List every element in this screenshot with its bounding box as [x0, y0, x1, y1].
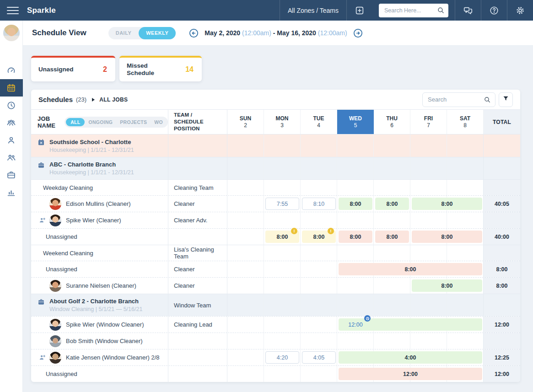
schedule-chip[interactable]: 8:00: [339, 231, 372, 243]
day-cell[interactable]: [410, 245, 447, 261]
schedule-chip[interactable]: 8:00!: [302, 231, 336, 243]
day-cell[interactable]: [301, 245, 337, 261]
search-icon[interactable]: [437, 6, 445, 14]
day-cell[interactable]: [227, 278, 264, 294]
day-cell[interactable]: [374, 212, 410, 228]
day-cell[interactable]: [410, 294, 447, 316]
day-cell[interactable]: [227, 157, 264, 179]
member[interactable]: Spike Wier (Window Cleaner): [31, 319, 144, 331]
next-week-button[interactable]: [353, 28, 363, 38]
prev-week-button[interactable]: [188, 28, 199, 38]
zones-teams-selector[interactable]: All Zones / Teams: [280, 0, 346, 21]
day-cell[interactable]: [447, 212, 484, 228]
day-cell[interactable]: [374, 294, 410, 316]
schedule-chip[interactable]: 12:00: [339, 368, 482, 380]
person-plus-icon[interactable]: [38, 354, 46, 361]
day-cell[interactable]: [227, 229, 264, 245]
day-cell[interactable]: [227, 294, 264, 316]
schedule-chip[interactable]: 8:00: [375, 231, 409, 243]
day-cell[interactable]: [301, 317, 337, 333]
day-column-header-wed[interactable]: WED5: [337, 110, 374, 134]
member[interactable]: Spike Wier (Cleaner): [31, 215, 121, 226]
job-group-cell[interactable]: ABC - Charlotte BranchHousekeeping | 1/1…: [31, 157, 168, 179]
day-cell[interactable]: [264, 333, 301, 349]
job-filter-all[interactable]: ALL: [66, 118, 85, 126]
day-cell[interactable]: [301, 134, 337, 157]
day-cell[interactable]: [374, 157, 410, 179]
day-cell[interactable]: [337, 333, 374, 349]
toggle-daily[interactable]: DAILY: [108, 27, 139, 39]
unassigned-cell[interactable]: Unassigned: [31, 229, 168, 245]
schedule-chip[interactable]: 8:00: [412, 231, 482, 243]
day-cell[interactable]: [447, 134, 484, 157]
sidebar-item-schedule[interactable]: [0, 79, 23, 97]
day-cell[interactable]: [447, 294, 484, 316]
table-search-input[interactable]: [428, 96, 484, 103]
job-filter-wo[interactable]: WO: [151, 118, 167, 126]
day-cell[interactable]: [337, 278, 374, 294]
day-cell[interactable]: [264, 180, 301, 195]
day-cell[interactable]: [264, 278, 301, 294]
day-column-header-thu[interactable]: THU6: [374, 110, 410, 134]
day-cell[interactable]: [301, 278, 337, 294]
day-cell[interactable]: [337, 180, 374, 195]
day-column-header-fri[interactable]: FRI7: [410, 110, 447, 134]
day-cell[interactable]: [447, 245, 484, 261]
menu-icon[interactable]: [7, 5, 19, 16]
sidebar-item-jobs[interactable]: [0, 166, 23, 183]
day-cell[interactable]: [301, 261, 337, 277]
day-cell[interactable]: [264, 134, 301, 157]
day-cell[interactable]: [410, 134, 447, 157]
messages-button[interactable]: [455, 0, 481, 21]
team-group-cell[interactable]: Weekend Cleaning: [31, 245, 168, 261]
day-cell[interactable]: [374, 245, 410, 261]
sidebar-item-people[interactable]: [0, 149, 23, 166]
member[interactable]: Katie Jensen (Window Cleaner) 2/8: [31, 352, 160, 364]
day-cell[interactable]: [227, 333, 264, 349]
day-cell[interactable]: [264, 212, 301, 228]
job-group-cell[interactable]: Southside School - CharlotteHousekeeping…: [31, 134, 168, 157]
schedule-chip[interactable]: 8:00: [412, 279, 482, 292]
schedule-chip[interactable]: 8:00: [339, 198, 372, 210]
day-cell[interactable]: [264, 261, 301, 277]
day-cell[interactable]: [227, 180, 264, 195]
day-column-header-tue[interactable]: TUE4: [301, 110, 337, 134]
sidebar-item-time[interactable]: [0, 97, 23, 114]
day-cell[interactable]: [447, 333, 484, 349]
day-cell[interactable]: [447, 180, 484, 195]
day-cell[interactable]: [374, 278, 410, 294]
day-cell[interactable]: [301, 366, 337, 382]
table-search[interactable]: [422, 92, 495, 107]
day-cell[interactable]: [264, 294, 301, 316]
day-cell[interactable]: [374, 333, 410, 349]
day-cell[interactable]: [337, 245, 374, 261]
day-cell[interactable]: [410, 180, 447, 195]
day-cell[interactable]: [264, 245, 301, 261]
toggle-weekly[interactable]: WEEKLY: [139, 27, 176, 39]
day-column-header-mon[interactable]: MON3: [264, 110, 301, 134]
day-cell[interactable]: [301, 212, 337, 228]
day-cell[interactable]: [227, 317, 264, 333]
day-cell[interactable]: [374, 134, 410, 157]
global-search-input[interactable]: [384, 7, 437, 14]
missed-schedule-card[interactable]: Missed Schedule 14: [119, 56, 202, 81]
day-cell[interactable]: [301, 333, 337, 349]
day-cell[interactable]: [264, 317, 301, 333]
schedule-chip[interactable]: 7:55: [265, 198, 299, 210]
person-plus-icon[interactable]: [38, 216, 46, 224]
day-cell[interactable]: [227, 366, 264, 382]
day-cell[interactable]: [337, 212, 374, 228]
add-button[interactable]: [347, 0, 372, 21]
day-cell[interactable]: [301, 157, 337, 179]
day-cell[interactable]: [447, 157, 484, 179]
day-cell[interactable]: [227, 212, 264, 228]
schedule-chip[interactable]: 8:10: [302, 198, 336, 210]
job-filter-ongoing[interactable]: ONGOING: [85, 118, 116, 126]
day-cell[interactable]: [337, 157, 374, 179]
user-avatar[interactable]: [3, 25, 20, 41]
unassigned-cell[interactable]: Unassigned: [31, 366, 168, 382]
unassigned-card[interactable]: Unassigned 2: [31, 56, 115, 81]
schedule-chip[interactable]: 8:00: [375, 198, 409, 210]
day-cell[interactable]: [374, 180, 410, 195]
day-cell[interactable]: [410, 333, 447, 349]
